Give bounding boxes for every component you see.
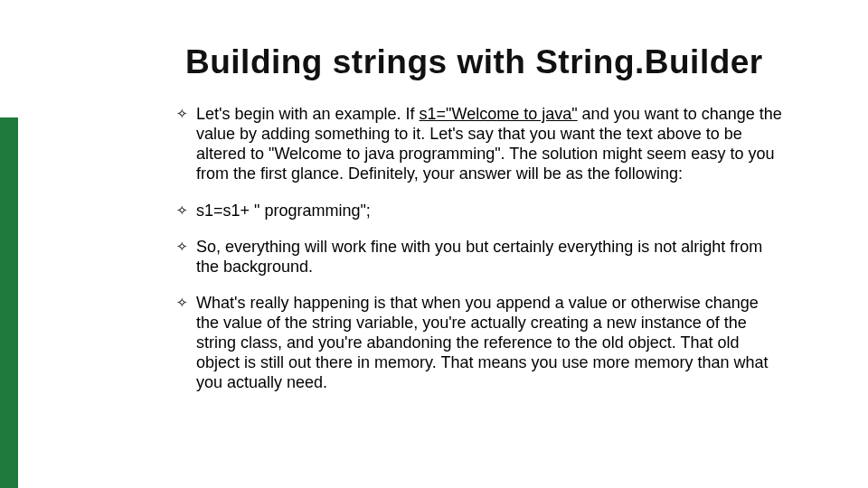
bullet-icon: ✧ [176, 293, 196, 313]
bullet-icon: ✧ [176, 201, 196, 221]
list-item: ✧ What's really happening is that when y… [176, 293, 782, 393]
slide: Building strings with String.Builder ✧ L… [0, 0, 868, 488]
accent-bar [0, 117, 18, 488]
slide-title: Building strings with String.Builder [185, 43, 814, 81]
text-underlined: s1="Welcome to java" [420, 105, 578, 123]
list-item: ✧ s1=s1+ " programming"; [176, 201, 782, 221]
list-item-text: s1=s1+ " programming"; [196, 201, 782, 221]
slide-body: ✧ Let's begin with an example. If s1="We… [176, 104, 782, 409]
bullet-icon: ✧ [176, 237, 196, 257]
list-item: ✧ So, everything will work fine with you… [176, 237, 782, 277]
list-item-text: What's really happening is that when you… [196, 293, 782, 393]
bullet-icon: ✧ [176, 104, 196, 124]
list-item: ✧ Let's begin with an example. If s1="We… [176, 104, 782, 184]
list-item-text: So, everything will work fine with you b… [196, 237, 782, 277]
list-item-text: Let's begin with an example. If s1="Welc… [196, 104, 782, 184]
text-segment: Let's begin with an example. If [196, 105, 420, 123]
